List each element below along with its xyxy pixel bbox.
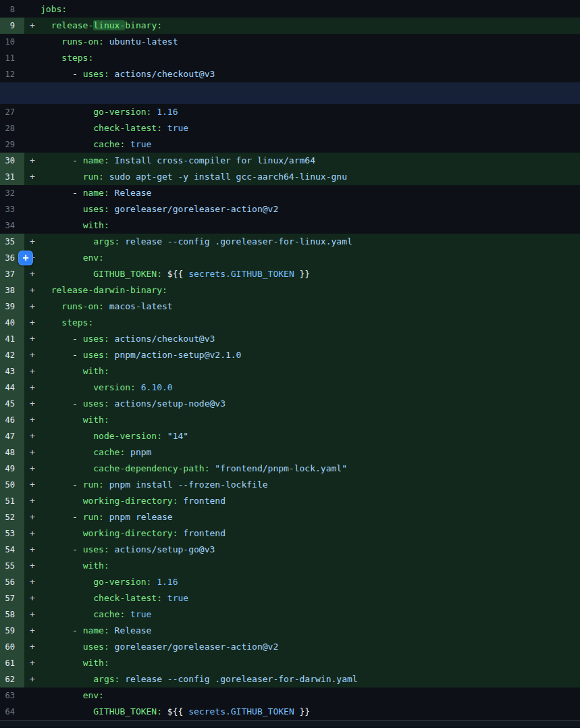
line-number[interactable]: 48 <box>0 444 24 461</box>
code-token-str: pnpm <box>130 447 151 457</box>
code-line: - uses: actions/setup-go@v3 <box>41 542 580 558</box>
line-number[interactable]: 61 <box>0 655 24 671</box>
code-token-plain <box>41 415 83 425</box>
code-token-plain: - <box>41 544 83 554</box>
add-comment-button[interactable]: + <box>18 251 33 265</box>
line-number[interactable]: 62 <box>0 671 24 687</box>
line-number[interactable]: 31 <box>0 169 24 185</box>
page-background-below <box>0 721 580 727</box>
code-token-plain <box>162 431 167 441</box>
code-token-plain <box>41 269 93 279</box>
code-token-key: name: <box>83 625 109 635</box>
line-number[interactable]: 49 <box>0 461 24 477</box>
line-number[interactable]: 34 <box>0 217 24 234</box>
line-number[interactable]: 30 <box>0 153 24 169</box>
code-token-key: cache: <box>93 447 125 457</box>
diff-added-marker: + <box>24 525 41 542</box>
line-number[interactable]: 35 <box>0 234 24 250</box>
expand-hidden-lines-band[interactable] <box>0 82 580 104</box>
code-token-plain <box>162 123 167 133</box>
code-token-plain <box>41 204 83 214</box>
code-token-plain <box>41 253 83 263</box>
code-token-const: secrets.GITHUB_TOKEN <box>188 706 294 717</box>
diff-row: 39+ runs-on: macos-latest <box>0 298 580 315</box>
code-token-plain: - <box>41 398 83 409</box>
code-line: args: release --config .goreleaser-for-d… <box>41 671 580 687</box>
line-number[interactable]: 59 <box>0 623 24 639</box>
code-token-plain <box>41 301 61 311</box>
code-token-plain <box>109 350 115 360</box>
line-number[interactable]: 32 <box>0 185 24 201</box>
line-number[interactable]: 41 <box>0 331 24 347</box>
line-number[interactable]: 38 <box>0 282 24 298</box>
code-token-plain <box>41 690 83 700</box>
code-token-str: Install cross-compiler for linux/arm64 <box>115 155 315 165</box>
code-line: steps: <box>41 315 580 331</box>
line-number[interactable]: 46 <box>0 412 24 428</box>
line-number[interactable]: 43 <box>0 363 24 380</box>
diff-row: 10 runs-on: ubuntu-latest <box>0 34 580 50</box>
line-number[interactable]: 12 <box>0 66 24 82</box>
line-number[interactable]: 51 <box>0 493 24 509</box>
line-number[interactable]: 10 <box>0 34 24 50</box>
code-line: cache: true <box>41 606 580 623</box>
line-number[interactable]: 50 <box>0 477 24 493</box>
line-number[interactable]: 57 <box>0 590 24 606</box>
line-number[interactable]: 9 <box>0 18 24 34</box>
code-token-plain <box>41 593 93 603</box>
code-token-plain: - <box>41 69 83 79</box>
code-token-plain <box>41 139 93 149</box>
line-number[interactable]: 54 <box>0 542 24 558</box>
diff-row: 56+ go-version: 1.16 <box>0 574 580 590</box>
line-number[interactable]: 52 <box>0 509 24 525</box>
line-number[interactable]: 27 <box>0 104 24 120</box>
line-number[interactable]: 28 <box>0 120 24 136</box>
code-token-plain <box>125 447 130 457</box>
line-number[interactable]: 29 <box>0 136 24 153</box>
line-number[interactable]: 64 <box>0 704 24 720</box>
code-token-key: cache-dependency-path: <box>93 463 209 473</box>
diff-added-marker <box>24 66 41 82</box>
line-number[interactable]: 63 <box>0 687 24 704</box>
diff-row: 62+ args: release --config .goreleaser-f… <box>0 671 580 687</box>
code-token-key: uses: <box>83 69 109 79</box>
line-number[interactable]: 60 <box>0 639 24 655</box>
diff-row: 52+ - run: pnpm release <box>0 509 580 525</box>
diff-added-marker: + <box>24 606 41 623</box>
code-line: - name: Release <box>41 623 580 639</box>
line-number[interactable]: 58 <box>0 606 24 623</box>
code-line: release-linux-binary: <box>41 18 580 34</box>
diff-row: 54+ - uses: actions/setup-go@v3 <box>0 542 580 558</box>
line-number[interactable]: 53 <box>0 525 24 542</box>
code-token-plain <box>104 172 109 182</box>
line-number[interactable]: 42 <box>0 347 24 363</box>
line-number[interactable]: 39 <box>0 298 24 315</box>
code-token-plain: }} <box>294 269 310 279</box>
line-number[interactable]: 55 <box>0 558 24 574</box>
line-number[interactable]: 45 <box>0 396 24 412</box>
line-number[interactable]: 47 <box>0 428 24 444</box>
line-number[interactable]: 37 <box>0 266 24 282</box>
line-number[interactable]: 44 <box>0 380 24 396</box>
code-token-plain <box>109 642 115 652</box>
line-number[interactable]: 40 <box>0 315 24 331</box>
diff-row: 12 - uses: actions/checkout@v3 <box>0 66 580 82</box>
diff-added-marker <box>24 50 41 66</box>
code-token-plain <box>41 447 93 457</box>
diff-added-marker: + <box>24 18 41 34</box>
code-token-key: run: <box>83 172 104 182</box>
diff-added-marker: + <box>24 461 41 477</box>
line-number[interactable]: 56 <box>0 574 24 590</box>
diff-row: 34 with: <box>0 217 580 234</box>
code-token-plain <box>41 609 93 619</box>
line-number[interactable]: 33 <box>0 201 24 217</box>
diff-row: 32 - name: Release <box>0 185 580 201</box>
diff-row: 41+ - uses: actions/checkout@v3 <box>0 331 580 347</box>
line-number[interactable]: 8 <box>0 1 24 18</box>
code-token-str: ubuntu-latest <box>109 36 178 47</box>
code-line: - uses: actions/checkout@v3 <box>41 331 580 347</box>
diff-row: 60+ uses: goreleaser/goreleaser-action@v… <box>0 639 580 655</box>
code-token-plain <box>41 220 83 230</box>
code-token-plain: - <box>41 479 83 490</box>
line-number[interactable]: 11 <box>0 50 24 66</box>
